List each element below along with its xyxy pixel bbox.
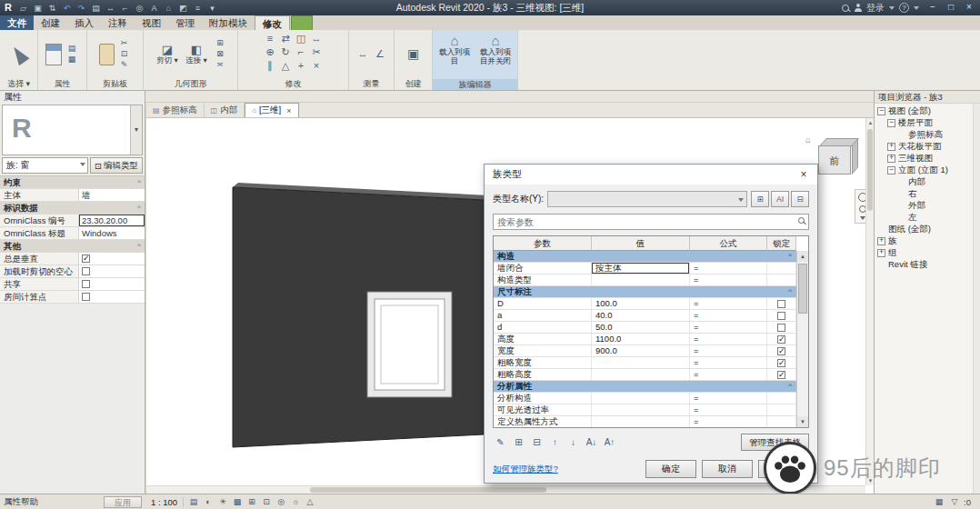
measure-icon[interactable]: ↔ <box>104 2 117 15</box>
ribbon-group-label[interactable]: 选择 ▾ <box>0 78 37 90</box>
zoom-options-caret-icon[interactable] <box>860 216 865 220</box>
search-parameters-input[interactable] <box>493 214 809 230</box>
angle-dimension-icon[interactable]: ∠ <box>373 47 387 61</box>
ribbon-group-label[interactable]: 几何图形 <box>144 78 237 90</box>
type-name-combo[interactable] <box>547 191 747 207</box>
show-crop-region-icon[interactable]: ⊡ <box>260 496 273 508</box>
view-tab[interactable]: ⌂ [三维] × <box>245 103 298 117</box>
tree-expander-icon[interactable] <box>897 190 905 198</box>
load-into-project-close-button[interactable]: ⌂载入到项目并关闭 <box>476 32 515 77</box>
mirror-icon[interactable]: ◫ <box>294 32 308 45</box>
manage-lookup-tables-button[interactable]: 管理查找表格 <box>741 434 809 451</box>
new-type-icon[interactable]: ⊞ <box>751 191 769 207</box>
sort-ascending-icon[interactable]: A↓ <box>584 434 599 449</box>
viewcube-front-face[interactable]: 前 <box>818 145 851 175</box>
scrollbar-thumb[interactable] <box>798 264 807 314</box>
ok-button[interactable]: 确定 <box>645 460 696 478</box>
wall-joins-icon[interactable]: ⊞ <box>213 38 227 48</box>
ribbon-tab[interactable]: 文件 <box>0 15 34 30</box>
text-icon[interactable]: A <box>147 2 161 15</box>
revit-logo-icon[interactable]: R <box>0 1 16 15</box>
tree-expander-icon[interactable] <box>897 202 905 210</box>
default-3d-view-icon[interactable]: ⌂ <box>162 2 175 15</box>
tag-by-category-icon[interactable]: ◎ <box>133 2 146 15</box>
ribbon-tab[interactable]: 管理 <box>168 15 202 30</box>
match-type-icon[interactable]: ✎ <box>117 60 132 70</box>
view-tab[interactable]: ◫ 内部 <box>205 103 245 117</box>
property-row[interactable]: 加载时剪切的空心 <box>0 265 145 278</box>
properties-apply-button[interactable]: 应用 <box>104 496 142 508</box>
parameter-row[interactable]: d 50.0 = <box>494 322 796 334</box>
browser-tree-item[interactable]: 参照标高 <box>875 129 980 141</box>
sun-path-icon[interactable]: ☀ <box>216 496 229 508</box>
ribbon-tab[interactable]: 插入 <box>67 15 101 30</box>
thin-lines-icon[interactable]: ≡ <box>191 2 205 15</box>
scroll-down-icon[interactable]: ▼ <box>797 416 808 427</box>
browser-tree-item[interactable]: 天花板平面 <box>875 141 980 153</box>
browser-tree-item[interactable]: 外部 <box>875 200 980 212</box>
browser-tree-item[interactable]: 立面 (立面 1) <box>875 165 980 176</box>
parameter-row[interactable]: 粗略宽度 = <box>494 357 796 369</box>
tree-expander-icon[interactable] <box>897 178 905 186</box>
browser-tree-item[interactable]: 楼层平面 <box>875 117 980 129</box>
copy-icon[interactable]: ⊕ <box>263 45 277 59</box>
browser-tree-item[interactable]: 组 <box>875 247 980 259</box>
tree-expander-icon[interactable] <box>887 119 895 127</box>
parameter-row[interactable]: 构造 <box>494 251 796 263</box>
property-row[interactable]: 总是垂直 <box>0 253 145 265</box>
family-combo[interactable]: 族: 窗 <box>2 157 88 174</box>
pin-icon[interactable]: + <box>294 59 308 73</box>
scale-control[interactable]: 1 : 100 <box>145 497 184 507</box>
ribbon-tab[interactable]: 修改 <box>255 15 290 30</box>
browser-tree-item[interactable]: 内部 <box>875 176 980 188</box>
browser-tree-item[interactable]: 视图 (全部) <box>875 105 980 117</box>
vertical-scrollbar[interactable]: ▲ ▼ <box>865 118 874 485</box>
window-glass[interactable] <box>381 305 438 384</box>
type-selector-dropdown-icon[interactable]: ▾ <box>130 105 142 155</box>
scroll-up-icon[interactable]: ▲ <box>797 251 808 262</box>
cut-to-clipboard-icon[interactable]: ✂ <box>117 38 132 48</box>
horizontal-scrollbar[interactable] <box>146 485 865 494</box>
rotate-icon[interactable]: ↻ <box>278 45 293 59</box>
tree-expander-icon[interactable] <box>887 143 895 151</box>
properties-button-icon[interactable] <box>45 44 62 65</box>
search-icon[interactable] <box>842 5 849 12</box>
browser-tree-item[interactable]: 三维视图 <box>875 153 980 165</box>
section-icon[interactable]: ◩ <box>176 2 190 15</box>
redo-icon[interactable]: ↷ <box>75 2 88 15</box>
selection-filter-icon[interactable]: ▽ <box>948 496 961 508</box>
temporary-hide-isolate-icon[interactable]: ◎ <box>275 496 287 508</box>
viewcube-home-icon[interactable]: ⌂ <box>805 135 811 145</box>
family-types-icon[interactable]: ▦ <box>65 55 79 65</box>
offset-icon[interactable]: ⇄ <box>278 32 293 45</box>
parameter-row[interactable]: 宽度 900.0 = <box>494 345 796 357</box>
viewcube-side-face[interactable] <box>852 138 858 175</box>
parameter-row[interactable]: a 40.0 = <box>494 310 796 322</box>
tree-expander-icon[interactable] <box>877 225 885 234</box>
property-checkbox[interactable] <box>82 280 90 288</box>
close-button[interactable]: × <box>960 1 978 15</box>
analytical-model-icon[interactable]: △ <box>304 496 316 508</box>
ribbon-group-label[interactable]: 属性 <box>38 78 86 90</box>
print-icon[interactable]: ▤ <box>89 2 103 15</box>
cancel-button[interactable]: 取消 <box>702 460 753 478</box>
new-parameter-icon[interactable]: ⊞ <box>511 434 526 449</box>
steering-wheel-icon[interactable] <box>858 193 866 202</box>
cut-geometry-icon[interactable]: ◪剪切 ▾ <box>154 44 181 65</box>
signin-caret-icon[interactable] <box>889 6 895 10</box>
edit-parameter-icon[interactable]: ✎ <box>493 434 508 449</box>
aligned-dimension-icon[interactable]: ⌐ <box>118 2 132 15</box>
parameter-row[interactable]: 分析属性 <box>494 381 796 393</box>
move-parameter-up-icon[interactable]: ↑ <box>547 434 563 449</box>
align-icon[interactable]: ≡ <box>263 32 277 45</box>
browser-scrollbar[interactable] <box>973 104 980 494</box>
ribbon-tab[interactable]: 附加模块 <box>202 15 255 30</box>
property-row[interactable]: 主体 墙 <box>0 189 145 202</box>
family-types-help-link[interactable]: 如何管理族类型? <box>493 464 558 475</box>
property-row[interactable]: 共享 <box>0 278 145 291</box>
delete-icon[interactable]: × <box>309 59 324 73</box>
lock-checkbox[interactable] <box>777 312 785 320</box>
view-tab[interactable]: ▤ 参照标高 <box>146 103 205 117</box>
ribbon-tab[interactable]: 视图 <box>135 15 168 30</box>
parameter-row[interactable]: 可见光透过率 = <box>494 404 796 416</box>
